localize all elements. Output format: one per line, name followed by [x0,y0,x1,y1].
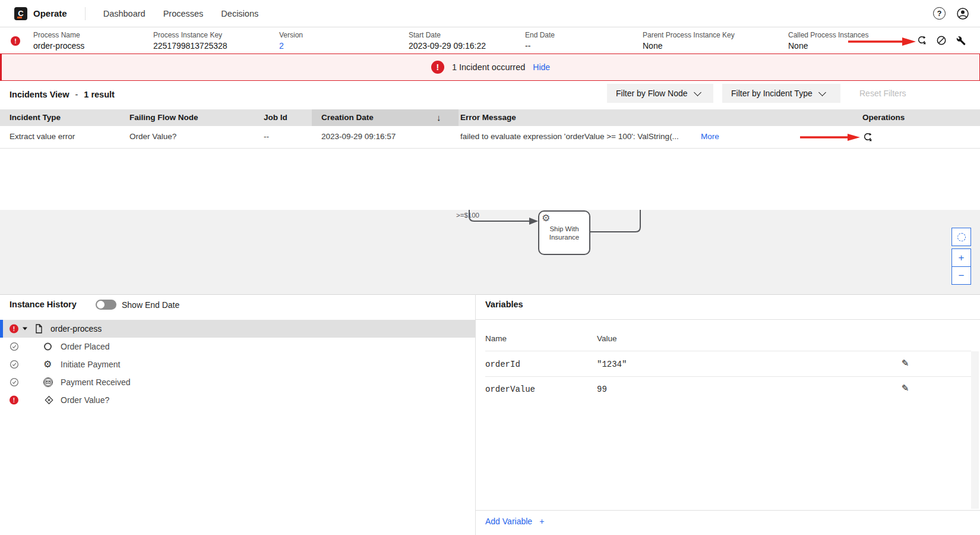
message-event-icon [43,377,53,388]
history-row-initiate-payment[interactable]: ⚙ Initiate Payment [0,355,475,373]
field-version: Version 2 [279,31,303,51]
field-end-date: End Date -- [525,31,555,51]
incident-state-icon: ! [10,325,18,333]
retry-incident-icon[interactable] [862,132,873,143]
app-title: Operate [33,8,67,18]
incident-type-value: Extract value error [10,126,75,147]
reset-viewport-icon [957,233,966,241]
nav-item-decisions[interactable]: Decisions [221,9,258,18]
history-row-order-placed[interactable]: Order Placed [0,338,475,355]
col-incident-type[interactable]: Incident Type [10,109,61,126]
panel-divider [475,294,476,535]
sort-descending-icon: ↓ [437,109,441,126]
variables-scrollbar[interactable] [971,351,979,509]
bpmn-diagram: >=$100 ⚙ Ship With Insurance [0,210,980,294]
annotation-arrow-row-operations [793,133,861,142]
start-event-icon [44,343,52,351]
edit-variable-icon[interactable]: ✎ [899,357,911,369]
nav-divider [85,7,86,20]
task-name-line1: Ship With [549,225,578,232]
history-item-label: Order Placed [61,342,109,351]
error-message-more-link[interactable]: More [701,126,719,147]
field-parent-process-instance-key: Parent Process Instance Key None [643,31,735,51]
instance-history-title: Instance History [10,300,77,309]
exclusive-gateway-icon [43,395,55,406]
chevron-expanded-icon[interactable] [23,328,27,331]
user-account-icon[interactable] [956,7,969,20]
service-task-gear-icon: ⚙ [542,213,550,223]
creation-date-sorted-cell[interactable]: Creation Date ↓ [312,109,459,126]
col-job-id[interactable]: Job Id [264,109,287,126]
incidents-table-header: Creation Date ↓ Incident Type Failing Fl… [0,109,980,126]
process-instance-header: ! Process Name order-process Process Ins… [0,27,980,54]
history-item-label: Initiate Payment [61,360,120,369]
diagram-zoom-in-button[interactable]: + [951,248,971,267]
modify-instance-wrench-icon[interactable] [956,35,966,46]
nav-item-dashboard[interactable]: Dashboard [103,9,146,18]
field-process-instance-key: Process Instance Key 2251799813725328 [153,31,227,51]
reset-filters-button[interactable]: Reset Filters [859,89,906,98]
incident-row[interactable]: Extract value error Order Value? -- 2023… [0,126,980,149]
edit-variable-icon[interactable]: ✎ [899,382,911,394]
variable-value: 99 [597,385,607,394]
job-id-value: -- [264,126,269,147]
task-name-line2: Insurance [549,234,580,241]
sequence-flow-out [590,210,640,232]
version-link[interactable]: 2 [279,41,303,51]
top-navigation-bar: C Operate Dashboard Processes Decisions … [0,0,980,27]
variable-name: orderId [485,360,520,369]
plus-icon: + [539,517,544,526]
toggle-knob [97,301,105,309]
incidents-count: 1 result [84,90,115,99]
sequence-flow-arrowhead [529,218,538,225]
filter-by-incident-type-dropdown[interactable]: Filter by Incident Type [722,84,840,103]
filter-by-flow-node-dropdown[interactable]: Filter by Flow Node [607,84,713,103]
service-task-gear-icon: ⚙ [43,360,52,369]
history-item-label: Order Value? [61,395,109,405]
variable-row-divider [485,376,971,377]
history-row-order-process[interactable]: ! order-process [0,320,475,338]
instance-incident-icon: ! [11,36,20,46]
field-process-name: Process Name order-process [33,31,84,51]
creation-date-value: 2023-09-29 09:16:57 [321,126,396,147]
process-document-icon [34,324,43,334]
incident-state-icon: ! [10,396,18,405]
history-row-payment-received[interactable]: Payment Received [0,373,475,391]
help-icon[interactable]: ? [933,7,946,20]
add-variable-button[interactable]: Add Variable + [485,517,544,526]
variable-value: "1234" [597,360,627,369]
history-item-label: Payment Received [61,377,131,387]
failing-flow-node-value: Order Value? [129,126,176,147]
banner-message: 1 Incident occurred [452,62,525,72]
completed-check-icon [10,360,19,369]
show-end-date-label: Show End Date [122,300,179,310]
col-failing-flow-node[interactable]: Failing Flow Node [129,109,198,126]
field-called-process-instances: Called Process Instances None [788,31,868,51]
variables-col-value: Value [597,334,617,343]
history-row-order-value[interactable]: ! Order Value? [0,391,475,409]
show-end-date-toggle[interactable] [96,300,116,310]
chevron-down-icon [694,89,701,96]
cancel-instance-icon[interactable] [936,35,947,46]
flow-condition-label: >=$100 [456,212,479,219]
chevron-down-icon [818,89,826,96]
completed-check-icon [10,377,19,387]
history-item-label: order-process [50,324,102,333]
bpmn-diagram-panel[interactable]: >=$100 ⚙ Ship With Insurance [0,210,980,294]
retry-instance-icon[interactable] [916,35,927,46]
col-operations: Operations [862,109,905,126]
variables-footer-divider [476,510,980,511]
variables-panel-title: Variables [485,300,523,309]
camunda-logo[interactable]: C [14,7,27,20]
error-message-value: failed to evaluate expression 'orderValu… [460,126,679,147]
banner-incident-icon: ! [431,61,444,74]
hide-incidents-link[interactable]: Hide [533,62,550,72]
variable-name: orderValue [485,385,535,394]
variable-row-divider [485,351,971,351]
diagram-reset-view-button[interactable] [951,228,971,246]
variables-col-name: Name [485,334,507,343]
col-error-message[interactable]: Error Message [460,109,516,126]
nav-item-processes[interactable]: Processes [163,9,204,18]
diagram-zoom-out-button[interactable]: − [951,266,971,285]
incidents-toolbar: Incidents View - 1 result Filter by Flow… [0,81,980,109]
